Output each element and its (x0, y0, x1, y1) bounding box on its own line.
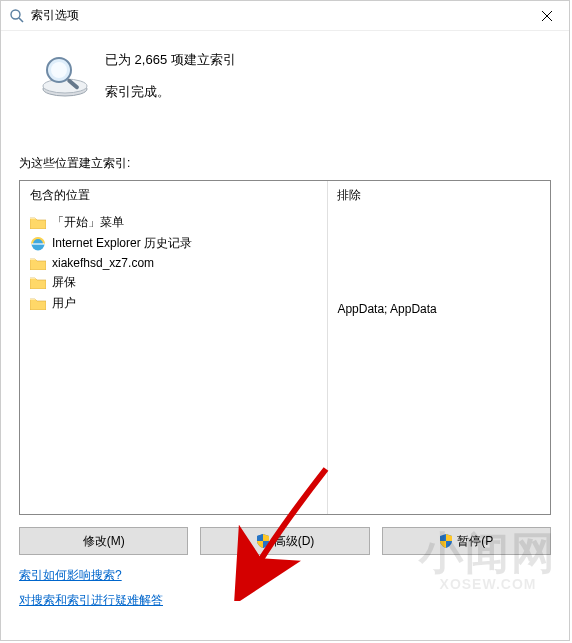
exclude-spacer (337, 212, 540, 300)
titlebar: 索引选项 (1, 1, 569, 31)
window-title: 索引选项 (31, 7, 79, 24)
svg-line-1 (19, 18, 23, 22)
advanced-button[interactable]: 高级(D) (200, 527, 369, 555)
folder-icon (30, 216, 46, 229)
column-divider (327, 181, 328, 514)
magnifier-drive-icon (39, 49, 91, 101)
content-area: 已为 2,665 项建立索引 索引完成。 为这些位置建立索引: 包含的位置 「开… (1, 31, 569, 619)
svg-point-0 (11, 10, 20, 19)
titlebar-left: 索引选项 (9, 7, 79, 24)
ie-icon (30, 236, 46, 252)
locations-list: 包含的位置 「开始」菜单 Internet Explorer 历史记录 xiak… (19, 180, 551, 515)
help-links: 索引如何影响搜索? 对搜索和索引进行疑难解答 (19, 555, 551, 609)
indexing-options-window: 索引选项 已为 2,665 项建立索引 索引完成。 为这些位置建立索引: (0, 0, 570, 641)
svg-point-7 (51, 62, 67, 78)
status-count: 已为 2,665 项建立索引 (105, 51, 236, 69)
folder-icon (30, 276, 46, 289)
location-label: xiakefhsd_xz7.com (52, 256, 154, 270)
advanced-label: 高级(D) (274, 533, 315, 550)
folder-icon (30, 297, 46, 310)
included-header: 包含的位置 (30, 187, 317, 204)
location-label: Internet Explorer 历史记录 (52, 235, 192, 252)
status-complete: 索引完成。 (105, 83, 236, 101)
modify-label: 修改(M) (83, 533, 125, 550)
location-label: 「开始」菜单 (52, 214, 124, 231)
location-label: 用户 (52, 295, 76, 312)
location-label: 屏保 (52, 274, 76, 291)
list-item[interactable]: xiakefhsd_xz7.com (30, 254, 317, 272)
button-row: 修改(M) 高级(D) 暂停(P (19, 527, 551, 555)
help-link-search[interactable]: 索引如何影响搜索? (19, 567, 122, 584)
close-button[interactable] (525, 1, 569, 31)
shield-icon (256, 534, 270, 548)
close-icon (542, 11, 552, 21)
exclude-value: AppData; AppData (337, 300, 540, 318)
svg-rect-10 (32, 243, 45, 245)
pause-label: 暂停(P (457, 533, 493, 550)
locations-label: 为这些位置建立索引: (19, 155, 551, 172)
pause-button[interactable]: 暂停(P (382, 527, 551, 555)
excluded-header: 排除 (337, 187, 540, 204)
status-row: 已为 2,665 项建立索引 索引完成。 (19, 45, 551, 115)
list-item[interactable]: 屏保 (30, 272, 317, 293)
search-icon (9, 8, 25, 24)
status-text: 已为 2,665 项建立索引 索引完成。 (105, 49, 236, 115)
folder-icon (30, 257, 46, 270)
shield-icon (439, 534, 453, 548)
list-item[interactable]: 「开始」菜单 (30, 212, 317, 233)
modify-button[interactable]: 修改(M) (19, 527, 188, 555)
list-item[interactable]: Internet Explorer 历史记录 (30, 233, 317, 254)
included-column: 包含的位置 「开始」菜单 Internet Explorer 历史记录 xiak… (20, 181, 327, 514)
list-item[interactable]: 用户 (30, 293, 317, 314)
help-link-troubleshoot[interactable]: 对搜索和索引进行疑难解答 (19, 592, 163, 609)
excluded-column: 排除 AppData; AppData (327, 181, 550, 514)
